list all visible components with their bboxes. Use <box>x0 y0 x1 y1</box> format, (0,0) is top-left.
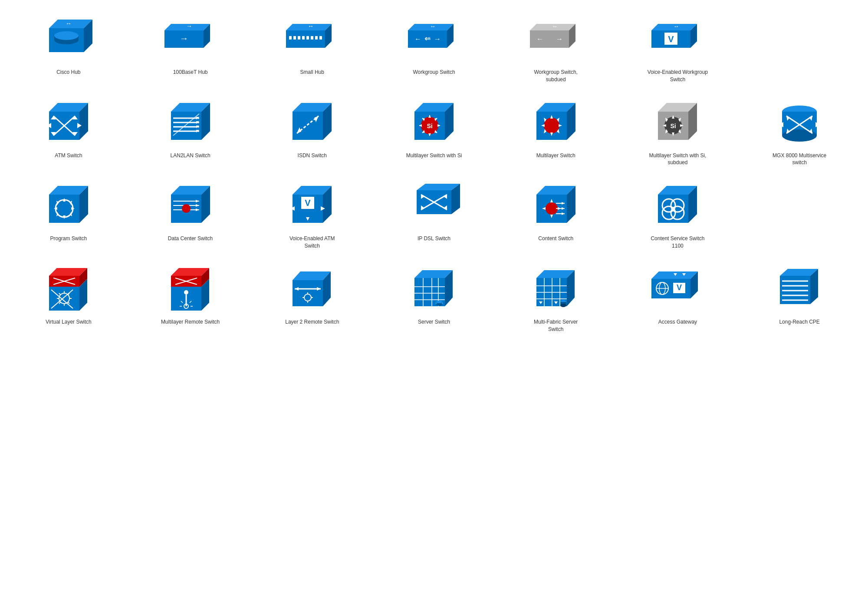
long-reach-cpe-label: Long-Reach CPE <box>779 318 819 326</box>
workgroup-switch-label: Workgroup Switch <box>413 69 455 76</box>
svg-point-215 <box>184 290 188 294</box>
svg-text:↔: ↔ <box>674 23 679 30</box>
svg-rect-17 <box>298 36 300 40</box>
workgroup-switch-subdued-label: Workgroup Switch, subdued <box>526 69 586 83</box>
icon-cell-mgx-8000[interactable]: MGX 8000 Multiservice switch <box>740 92 859 171</box>
icon-cell-workgroup-switch[interactable]: ⇐ ↔ ↔ ← → Workgroup Switch <box>374 9 494 88</box>
small-hub-icon: ↔ <box>286 13 338 65</box>
icon-cell-data-center-switch[interactable]: Data Center Switch <box>131 175 250 254</box>
icon-cell-multilayer-switch[interactable]: Multilayer Switch <box>496 92 616 171</box>
100baset-hub-label: 100BaseT Hub <box>173 69 208 76</box>
cisco-hub-label: Cisco Hub <box>56 69 80 76</box>
icon-cell-lan2lan-switch[interactable]: LAN2LAN Switch <box>131 92 250 171</box>
voice-workgroup-switch-icon: V ↔ <box>651 13 704 65</box>
icon-cell-atm-switch[interactable]: ATM Switch <box>9 92 128 171</box>
svg-rect-16 <box>293 36 296 40</box>
content-switch-icon <box>530 179 582 232</box>
multilayer-switch-si-subdued-icon: Si <box>651 96 704 149</box>
svg-point-5 <box>54 31 79 40</box>
multilayer-remote-switch-icon <box>164 263 217 315</box>
svg-text:→: → <box>556 35 563 43</box>
icon-cell-program-switch[interactable]: Program Switch <box>9 175 128 254</box>
icon-cell-ip-dsl-switch[interactable]: IP DSL Switch <box>374 175 494 254</box>
icon-cell-multi-fabric-server-switch[interactable]: Multi-Fabric Server Switch <box>496 258 616 338</box>
voice-workgroup-switch-label: Voice-Enabled Workgroup Switch <box>647 69 708 83</box>
svg-text:↔: ↔ <box>308 23 314 30</box>
icon-cell-voice-workgroup-switch[interactable]: V ↔ Voice-Enabled Workgroup Switch <box>618 9 738 88</box>
svg-marker-263 <box>651 271 698 279</box>
svg-rect-19 <box>306 36 309 40</box>
isdn-switch-icon <box>286 96 338 149</box>
data-center-switch-icon <box>164 179 217 232</box>
multilayer-remote-switch-label: Multilayer Remote Switch <box>161 318 220 326</box>
icon-cell-server-switch[interactable]: Server Switch <box>374 258 494 338</box>
svg-text:Si: Si <box>427 122 432 129</box>
icon-cell-voice-atm-switch[interactable]: V Voice-Enabled ATM Switch <box>252 175 372 254</box>
svg-text:V: V <box>305 198 311 208</box>
long-reach-cpe-icon <box>773 263 825 315</box>
lan2lan-switch-icon <box>164 96 217 149</box>
icon-cell-multilayer-switch-si[interactable]: Si Multilayer Switch w <box>374 92 494 171</box>
svg-marker-12 <box>286 30 325 48</box>
svg-point-172 <box>546 202 558 215</box>
svg-text:←: ← <box>414 35 421 43</box>
atm-switch-icon <box>43 96 95 149</box>
icon-cell-multilayer-remote-switch[interactable]: Multilayer Remote Switch <box>131 258 250 338</box>
svg-marker-128 <box>779 122 783 127</box>
icon-cell-virtual-layer-switch[interactable]: Virtual Layer Switch <box>9 258 128 338</box>
ip-dsl-switch-label: IP DSL Switch <box>418 235 450 242</box>
svg-marker-129 <box>815 122 820 127</box>
svg-text:←: ← <box>536 35 543 43</box>
svg-point-97 <box>544 118 559 133</box>
icon-cell-content-switch[interactable]: Content Switch <box>496 175 616 254</box>
svg-rect-15 <box>289 36 292 40</box>
icon-cell-small-hub[interactable]: ↔ Small Hub <box>252 9 372 88</box>
icon-cell-isdn-switch[interactable]: ISDN Switch <box>252 92 372 171</box>
workgroup-switch-subdued-icon: ← → ↔ <box>530 13 582 65</box>
multi-fabric-server-switch-label: Multi-Fabric Server Switch <box>526 318 586 333</box>
icon-cell-workgroup-switch-subdued[interactable]: ← → ↔ Workgroup Switch, subdued <box>496 9 616 88</box>
lan2lan-switch-label: LAN2LAN Switch <box>171 152 210 159</box>
svg-rect-21 <box>315 36 318 40</box>
svg-rect-18 <box>302 36 305 40</box>
icon-cell-long-reach-cpe[interactable]: Long-Reach CPE <box>740 258 859 338</box>
server-switch-label: Server Switch <box>418 318 450 326</box>
content-service-switch-1100-icon <box>651 179 704 232</box>
multilayer-switch-label: Multilayer Switch <box>536 152 575 159</box>
layer2-remote-switch-icon <box>286 263 338 315</box>
svg-marker-32 <box>530 30 569 48</box>
icon-cell-access-gateway[interactable]: V Access Gateway <box>618 258 738 338</box>
icon-grid: ↔ Cisco Hub → → 100BaseT Hub <box>9 9 859 337</box>
svg-rect-22 <box>319 36 322 40</box>
content-switch-label: Content Switch <box>538 235 573 242</box>
mgx-8000-icon <box>773 96 825 149</box>
icon-cell-cisco-hub[interactable]: ↔ Cisco Hub <box>9 9 128 88</box>
100baset-hub-icon: → → <box>164 13 217 65</box>
workgroup-switch-icon: ⇐ ↔ ↔ ← → <box>408 13 460 65</box>
svg-text:Si: Si <box>671 122 676 129</box>
access-gateway-label: Access Gateway <box>658 318 697 326</box>
program-switch-icon <box>43 179 95 232</box>
data-center-switch-label: Data Center Switch <box>168 235 213 242</box>
ip-dsl-switch-icon <box>408 179 460 232</box>
svg-text:→: → <box>180 33 188 43</box>
svg-point-246 <box>436 303 442 306</box>
multilayer-switch-si-label: Multilayer Switch with Si <box>406 152 462 159</box>
icon-cell-100baset-hub[interactable]: → → 100BaseT Hub <box>131 9 250 88</box>
svg-rect-20 <box>311 36 313 40</box>
icon-cell-multilayer-switch-si-subdued[interactable]: Si Multilayer Switch with Si, subdued <box>618 92 738 171</box>
icon-cell-content-service-switch-1100[interactable]: Content Service Switch 1100 <box>618 175 738 254</box>
server-switch-icon <box>408 263 460 315</box>
svg-text:↔: ↔ <box>424 33 431 42</box>
svg-point-261 <box>560 304 566 307</box>
multilayer-switch-icon <box>530 96 582 149</box>
isdn-switch-label: ISDN Switch <box>298 152 327 159</box>
svg-point-247 <box>436 301 442 303</box>
icon-cell-layer2-remote-switch[interactable]: Layer 2 Remote Switch <box>252 258 372 338</box>
voice-atm-switch-label: Voice-Enabled ATM Switch <box>282 235 342 250</box>
atm-switch-label: ATM Switch <box>55 152 82 159</box>
svg-text:↔: ↔ <box>552 23 557 30</box>
virtual-layer-switch-icon <box>43 263 95 315</box>
svg-text:V: V <box>677 283 682 292</box>
svg-text:→: → <box>186 23 192 30</box>
